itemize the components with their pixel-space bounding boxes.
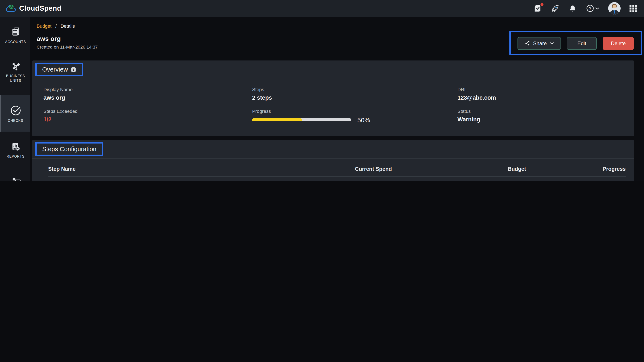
svg-text:?: ? xyxy=(589,6,592,11)
field-value: aws org xyxy=(44,94,252,101)
steps-title-highlight-box: Steps Configuration xyxy=(35,142,103,156)
documents-icon xyxy=(10,27,21,38)
sidebar-item-reports[interactable]: REPORTS xyxy=(0,136,30,164)
actions-highlight-box: Share Edit Delete xyxy=(509,31,642,55)
cloudspend-logo-icon xyxy=(6,4,16,13)
breadcrumb: Budget / Details xyxy=(30,16,644,28)
field-label: Steps xyxy=(252,87,458,92)
col-budget: Budget xyxy=(392,166,526,172)
network-icon xyxy=(10,61,21,72)
col-progress: Progress xyxy=(526,166,626,172)
report-gear-icon xyxy=(10,142,21,152)
overview-header: Overview i xyxy=(32,60,634,79)
field-value: Warning xyxy=(458,116,634,123)
share-icon xyxy=(524,40,530,46)
field-label: Status xyxy=(458,108,634,114)
chevron-down-icon xyxy=(596,7,599,10)
steps-configuration-header: Steps Configuration xyxy=(32,140,634,159)
edit-button[interactable]: Edit xyxy=(567,37,597,50)
field-steps: Steps 2 steps xyxy=(252,87,458,101)
user-avatar[interactable] xyxy=(608,2,620,14)
sidebar-item-label: ACCOUNTS xyxy=(5,40,26,44)
sidebar-item-admin[interactable]: ADMIN xyxy=(0,170,30,181)
notifications-bell-button[interactable] xyxy=(568,4,577,12)
field-dri: DRI 123@abc.com xyxy=(458,87,634,101)
field-label: DRI xyxy=(458,87,634,92)
overview-panel: Overview i Display Name aws org Steps 2 … xyxy=(32,60,634,136)
info-icon[interactable]: i xyxy=(71,67,76,72)
steps-configuration-panel: Steps Configuration Step Name Current Sp… xyxy=(32,140,634,181)
sidebar-item-label: BUSINESS UNITS xyxy=(3,74,28,83)
main-content: Budget / Details aws org Created on 11-M… xyxy=(30,16,644,181)
tasks-button[interactable] xyxy=(533,4,542,12)
sidebar-item-business-units[interactable]: BUSINESS UNITS xyxy=(0,56,30,88)
overview-title-highlight-box: Overview i xyxy=(35,62,83,76)
field-status: Status Warning xyxy=(458,108,634,124)
overview-fields: Display Name aws org Steps 2 steps DRI 1… xyxy=(32,79,634,124)
field-label: Progress xyxy=(252,108,458,114)
field-progress: Progress 50% xyxy=(252,108,458,124)
cloudspend-app: CloudSpend xyxy=(0,0,644,181)
breadcrumb-budget-link[interactable]: Budget xyxy=(37,24,52,28)
breadcrumb-current: Details xyxy=(60,24,75,28)
col-step-name: Step Name xyxy=(48,166,261,172)
sidebar: ACCOUNTS BUSINESS UNITS CHE xyxy=(0,16,30,181)
page-header: aws org Created on 11-Mar-2026 14:37 Sha… xyxy=(30,35,644,55)
person-monitor-icon xyxy=(10,176,21,181)
share-label: Share xyxy=(533,40,547,46)
col-current-spend: Current Spend xyxy=(261,166,392,172)
field-label: Steps Exceeded xyxy=(44,108,252,114)
progress-percent: 50% xyxy=(357,116,370,124)
topbar: CloudSpend xyxy=(0,0,644,16)
brand[interactable]: CloudSpend xyxy=(0,4,61,13)
sidebar-item-label: REPORTS xyxy=(6,154,24,159)
whats-new-rocket-button[interactable] xyxy=(551,4,560,13)
delete-button[interactable]: Delete xyxy=(603,37,634,50)
field-steps-exceeded: Steps Exceeded 1/2 xyxy=(44,108,252,124)
sidebar-item-accounts[interactable]: ACCOUNTS xyxy=(0,21,30,50)
edit-label: Edit xyxy=(577,40,586,46)
share-button[interactable]: Share xyxy=(517,37,561,50)
topbar-icons: ? xyxy=(533,2,644,14)
notification-dot xyxy=(540,3,544,6)
breadcrumb-separator: / xyxy=(55,24,57,28)
apps-grid-button[interactable] xyxy=(630,4,637,12)
brand-name: CloudSpend xyxy=(19,4,61,12)
field-value: 2 steps xyxy=(252,94,458,101)
field-value: 123@abc.com xyxy=(458,94,634,101)
check-circle-icon xyxy=(10,105,21,116)
field-value: 1/2 xyxy=(44,116,252,123)
sidebar-item-checks[interactable]: CHECKS xyxy=(0,96,30,132)
help-button[interactable]: ? xyxy=(586,4,599,13)
table-row[interactable]: dev env $ 27248.72 $ 15000 100% xyxy=(48,177,626,181)
steps-table-header: Step Name Current Spend Budget Progress xyxy=(48,162,626,177)
steps-configuration-title: Steps Configuration xyxy=(42,146,96,152)
chevron-down-icon xyxy=(550,42,554,44)
overview-title: Overview xyxy=(42,66,68,73)
progress-bar xyxy=(252,118,352,122)
delete-label: Delete xyxy=(611,40,626,46)
field-label: Display Name xyxy=(44,87,252,92)
steps-table: Step Name Current Spend Budget Progress … xyxy=(48,162,626,181)
field-display-name: Display Name aws org xyxy=(44,87,252,101)
progress-bar-fill xyxy=(252,118,302,122)
sidebar-item-label: CHECKS xyxy=(8,118,24,123)
